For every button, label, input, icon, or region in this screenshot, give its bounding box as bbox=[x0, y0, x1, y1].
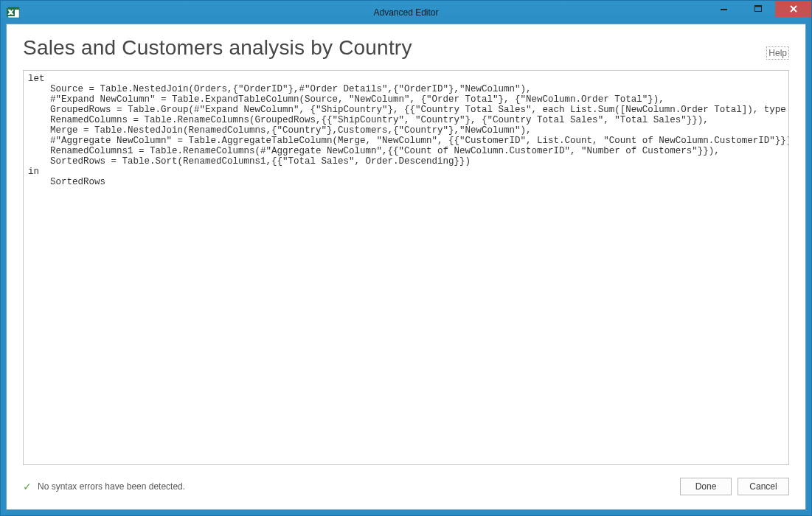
help-link[interactable]: Help bbox=[766, 46, 789, 60]
minimize-button[interactable] bbox=[707, 1, 741, 17]
syntax-status: ✓ No syntax errors have been detected. bbox=[23, 481, 185, 492]
button-row: Done Cancel bbox=[680, 478, 789, 495]
code-editor[interactable]: let Source = Table.NestedJoin(Orders,{"O… bbox=[23, 70, 789, 465]
page-title: Sales and Customers analysis by Country bbox=[23, 36, 412, 60]
status-text: No syntax errors have been detected. bbox=[38, 481, 185, 492]
window-title: Advanced Editor bbox=[373, 7, 438, 18]
footer-row: ✓ No syntax errors have been detected. D… bbox=[23, 474, 789, 499]
titlebar[interactable]: X Advanced Editor bbox=[1, 1, 811, 24]
done-button[interactable]: Done bbox=[680, 478, 732, 495]
maximize-button[interactable] bbox=[741, 1, 775, 17]
app-icon: X bbox=[7, 5, 21, 20]
window-controls bbox=[707, 1, 811, 17]
svg-rect-6 bbox=[755, 6, 762, 7]
cancel-button[interactable]: Cancel bbox=[738, 478, 789, 495]
svg-rect-4 bbox=[721, 9, 727, 10]
dialog-window: X Advanced Editor Sales and Customers an… bbox=[0, 0, 812, 516]
svg-text:X: X bbox=[9, 10, 13, 16]
heading-row: Sales and Customers analysis by Country … bbox=[23, 36, 789, 60]
close-button[interactable] bbox=[775, 1, 811, 17]
checkmark-icon: ✓ bbox=[23, 481, 32, 492]
client-area: Sales and Customers analysis by Country … bbox=[6, 24, 806, 510]
